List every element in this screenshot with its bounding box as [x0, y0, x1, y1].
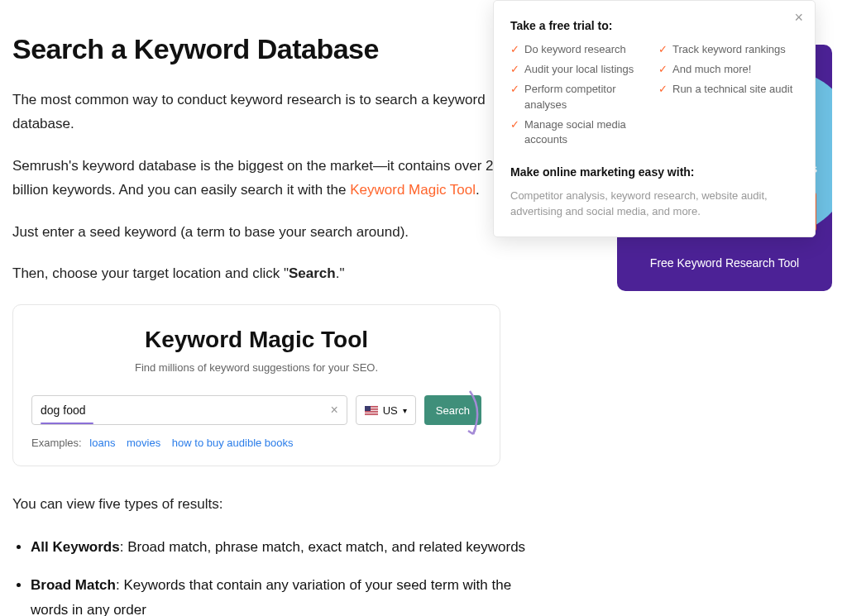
keyword-magic-tool-card: Keyword Magic Tool Find millions of keyw…: [12, 304, 500, 466]
popup-subtitle: Make online marketing easy with:: [510, 165, 798, 179]
list-item: All Keywords: Broad match, phrase match,…: [31, 535, 542, 560]
popup-subtext: Competitor analysis, keyword research, w…: [510, 189, 798, 220]
article-p3: Just enter a seed keyword (a term to bas…: [12, 221, 542, 245]
article-heading: Search a Keyword Database: [12, 33, 542, 65]
popup-title: Take a free trial to:: [510, 19, 798, 32]
check-icon: ✓: [510, 117, 519, 132]
article-p5: You can view five types of results:: [12, 493, 542, 517]
popup-col-2: ✓Track keyword rankings ✓And much more! …: [658, 42, 798, 152]
sidebar-tool-link[interactable]: Free Keyword Research Tool: [617, 256, 832, 270]
article-p1: The most common way to conduct keyword r…: [12, 88, 542, 136]
kmt-subtitle: Find millions of keyword suggestions for…: [31, 361, 481, 374]
check-icon: ✓: [658, 82, 668, 97]
keyword-magic-tool-link[interactable]: Keyword Magic Tool: [350, 182, 476, 198]
article-p2: Semrush's keyword database is the bigges…: [12, 155, 542, 203]
check-icon: ✓: [658, 62, 668, 77]
us-flag-icon: [365, 406, 378, 415]
check-icon: ✓: [510, 42, 519, 57]
close-icon[interactable]: ×: [794, 9, 803, 26]
check-icon: ✓: [658, 42, 668, 57]
kmt-examples: Examples: loans movies how to buy audibl…: [31, 437, 481, 449]
result-types-list: All Keywords: Broad match, phrase match,…: [12, 535, 542, 616]
check-icon: ✓: [510, 82, 519, 97]
clear-input-icon[interactable]: ×: [330, 403, 337, 418]
example-audible-link[interactable]: how to buy audible books: [172, 437, 294, 449]
kmt-country-select[interactable]: US ▾: [356, 395, 416, 425]
popup-col-1: ✓Do keyword research ✓Audit your local l…: [510, 42, 650, 152]
article-p4: Then, choose your target location and cl…: [12, 262, 542, 286]
check-icon: ✓: [510, 62, 519, 77]
kmt-keyword-input[interactable]: dog food ×: [31, 395, 347, 425]
chevron-down-icon: ▾: [403, 406, 407, 415]
kmt-title: Keyword Magic Tool: [31, 327, 481, 353]
example-loans-link[interactable]: loans: [89, 437, 115, 449]
trial-popup: × Take a free trial to: ✓Do keyword rese…: [493, 0, 816, 237]
list-item: Broad Match: Keywords that contain any v…: [31, 573, 542, 616]
example-movies-link[interactable]: movies: [127, 437, 160, 449]
arrow-annotation-icon: [455, 384, 485, 449]
